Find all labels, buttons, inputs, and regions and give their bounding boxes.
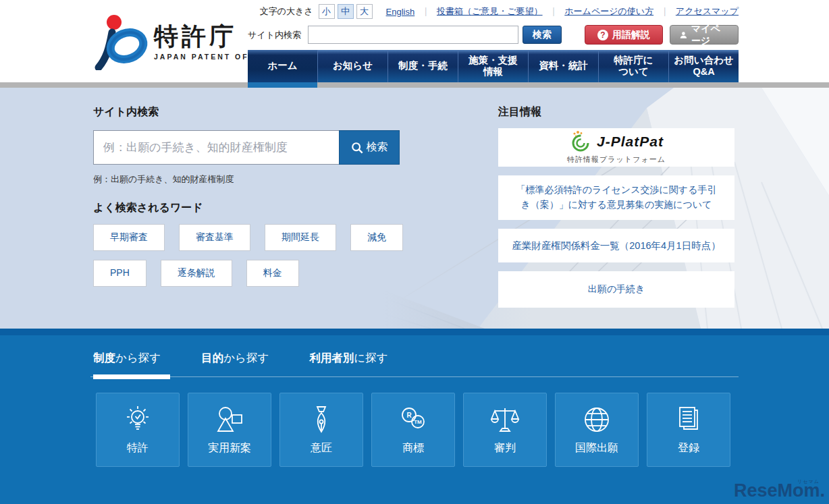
tab-search-by-system[interactable]: 制度から探す: [93, 351, 170, 376]
resemom-watermark: リセマム ReseMom.: [734, 480, 825, 501]
lightbulb-icon: [122, 404, 153, 435]
header-bottom-strip: [0, 82, 829, 88]
featured-heading: 注目情報: [498, 105, 734, 119]
finder-buttons: 特許 実用新案: [90, 393, 739, 467]
button-design[interactable]: 意匠: [279, 393, 363, 467]
keyword-chip[interactable]: 料金: [246, 260, 299, 287]
keyword-chip[interactable]: 早期審査: [93, 224, 165, 251]
button-trademark[interactable]: R TM 商標: [371, 393, 455, 467]
button-patent[interactable]: 特許: [96, 393, 180, 467]
person-icon: [680, 30, 687, 40]
nav-tab-contact-qa[interactable]: お問い合わせQ&A: [668, 50, 739, 82]
textsize-label: 文字の大きさ: [260, 5, 313, 18]
divider: ｜: [660, 5, 669, 18]
svg-text:R: R: [406, 412, 412, 419]
keywords-heading: よく検索されるワード: [93, 201, 410, 215]
keyword-chip[interactable]: 逐条解説: [161, 260, 232, 287]
pen-nib-icon: [306, 404, 337, 435]
svg-text:TM: TM: [414, 419, 422, 425]
hero-search-input[interactable]: [93, 130, 339, 165]
textsize-medium-button[interactable]: 中: [338, 4, 354, 19]
finder-section: 制度から探す 目的から探す 利用者別に探す 特許: [0, 329, 829, 504]
search-example-text: 例：出願の手続き、知的財産権制度: [93, 173, 410, 186]
link-how-to-use[interactable]: ホームページの使い方: [564, 5, 653, 18]
jplatpat-logo-icon: [569, 130, 592, 153]
hero-search-area: サイト内検索 検索 例：出願の手続き、知的財産権制度 よく検索されるワード 早期…: [93, 105, 410, 287]
utility-row: 文字の大きさ 小 中 大 English ｜ 投書箱（ご意見・ご要望） ｜ ホー…: [260, 4, 739, 19]
hero-section: サイト内検索 検索 例：出願の手続き、知的財産権制度 よく検索されるワード 早期…: [0, 88, 829, 329]
nav-tab-documents-statistics[interactable]: 資料・統計: [528, 50, 598, 82]
shapes-icon: [214, 404, 245, 435]
button-international-application[interactable]: 国際出願: [555, 393, 639, 467]
scales-icon: [489, 404, 520, 435]
nav-tab-support-info[interactable]: 施策・支援情報: [458, 50, 528, 82]
mypage-button[interactable]: マイページ: [670, 25, 739, 45]
button-appeal[interactable]: 審判: [463, 393, 547, 467]
documents-icon: [673, 404, 704, 435]
trademark-icon: R TM: [398, 404, 429, 435]
nav-tab-about-jpo[interactable]: 特許庁について: [598, 50, 668, 82]
main-nav: ホーム お知らせ 制度・手続 施策・支援情報 資料・統計 特許庁について: [248, 50, 739, 82]
jpo-homepage: 特許庁 JAPAN PATENT OFFICE 文字の大きさ 小 中 大 Eng…: [0, 0, 829, 504]
button-utility-model[interactable]: 実用新案: [188, 393, 271, 467]
divider: ｜: [421, 5, 430, 18]
finder-tabs: 制度から探す 目的から探す 利用者別に探す: [90, 351, 739, 377]
header: 特許庁 JAPAN PATENT OFFICE 文字の大きさ 小 中 大 Eng…: [0, 0, 829, 82]
site-search-label: サイト内検索: [248, 29, 301, 41]
jplatpat-banner[interactable]: J-PlatPat 特許情報プラットフォーム: [498, 128, 734, 167]
jplatpat-subtitle: 特許情報プラットフォーム: [567, 155, 666, 165]
featured-item[interactable]: 産業財産権関係料金一覧（2016年4月1日時点）: [498, 229, 734, 262]
search-icon: [351, 142, 363, 154]
question-icon: ?: [597, 30, 608, 40]
globe-icon: [581, 404, 612, 435]
header-searchbar: サイト内検索 検索 ? 用語解説 マイページ: [248, 25, 739, 45]
link-suggestion-box[interactable]: 投書箱（ご意見・ご要望）: [437, 5, 543, 18]
jpo-logo-icon: [92, 13, 150, 70]
tab-search-by-user[interactable]: 利用者別に探す: [309, 351, 397, 376]
featured-item[interactable]: 「標準必須特許のライセンス交渉に関する手引き（案）」に対する意見募集の実施につい…: [498, 175, 734, 220]
site-search-heading: サイト内検索: [93, 105, 410, 119]
featured-item[interactable]: 出願の手続き: [498, 271, 734, 308]
nav-tab-system-procedures[interactable]: 制度・手続: [387, 50, 458, 82]
divider: ｜: [550, 5, 558, 18]
nav-tab-home[interactable]: ホーム: [248, 50, 317, 82]
keyword-chip[interactable]: 減免: [350, 224, 403, 251]
featured-info-panel: 注目情報 J-PlatPat 特許情報プラットフォーム: [498, 105, 734, 308]
hero-search-button[interactable]: 検索: [339, 130, 400, 165]
link-access-map[interactable]: アクセスマップ: [676, 5, 739, 18]
watermark-ruby: リセマム: [797, 478, 820, 485]
jplatpat-name: J-PlatPat: [597, 134, 664, 150]
jpo-logo[interactable]: 特許庁 JAPAN PATENT OFFICE: [92, 13, 273, 70]
textsize-small-button[interactable]: 小: [319, 4, 335, 19]
header-search-button[interactable]: 検索: [523, 26, 562, 44]
keyword-chip[interactable]: 審査基準: [179, 224, 250, 251]
button-registration[interactable]: 登録: [647, 393, 730, 467]
textsize-large-button[interactable]: 大: [356, 4, 373, 19]
keyword-chip[interactable]: PPH: [93, 260, 146, 287]
header-search-input[interactable]: [308, 26, 518, 44]
tab-search-by-purpose[interactable]: 目的から探す: [201, 351, 278, 376]
glossary-button[interactable]: ? 用語解説: [585, 25, 663, 45]
nav-tab-news[interactable]: お知らせ: [317, 50, 387, 82]
link-english[interactable]: English: [386, 7, 415, 17]
keyword-chip[interactable]: 期間延長: [265, 224, 336, 251]
